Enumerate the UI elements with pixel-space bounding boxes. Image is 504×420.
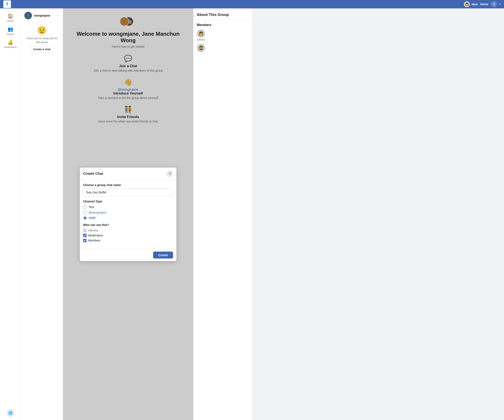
right-sidebar: About This Group Members 👩 Admins 👩‍🦱: [193, 8, 252, 420]
radio-text[interactable]: [83, 205, 87, 209]
about-title: About This Group: [197, 12, 249, 20]
radio-mention[interactable]: [83, 211, 87, 214]
sidebar-notifications-label: Notifications: [4, 46, 17, 48]
nav-left: f: [3, 0, 11, 8]
radio-text-label[interactable]: Text: [89, 205, 94, 209]
checkbox-row-members: Members: [83, 239, 173, 242]
radio-row-text: Text: [83, 205, 173, 209]
sidebar-groups-label: Groups: [6, 33, 14, 35]
chat-name-label: Choose a group chat name: [83, 183, 173, 187]
member-row-admin: 👩 Admins: [197, 29, 249, 41]
main-layout: 🏠 Home 👥 Groups 🔔 Notifications 🌐 👤 wong…: [0, 0, 252, 420]
checkbox-members[interactable]: [83, 239, 86, 242]
sidebar-item-notifications[interactable]: 🔔 Notifications: [2, 38, 19, 50]
checkbox-moderators[interactable]: [83, 234, 86, 237]
no-chats-text: There are no chats yet for this group: [24, 36, 60, 44]
sidebar-bottom: 🌐: [7, 409, 14, 420]
close-icon: ✕: [169, 172, 171, 176]
create-chat-button[interactable]: Create a chat: [30, 46, 54, 52]
checkbox-admins[interactable]: [83, 229, 86, 232]
sidebar-home-label: Home: [7, 20, 13, 22]
chat-name-input[interactable]: [83, 188, 173, 196]
checkbox-moderators-label[interactable]: Moderators: [88, 234, 103, 237]
modal-header: Create Chat ✕: [80, 168, 176, 180]
checkbox-admins-label[interactable]: Admins: [88, 229, 98, 232]
modal-title: Create Chat: [83, 172, 103, 176]
no-chats-icon: 😟: [24, 26, 60, 35]
who-can-see-label: Who can see this?: [83, 223, 173, 227]
channel-type-radio-group: Text @wongmjane VOIP: [83, 205, 173, 220]
modal-body: Choose a group chat name Channel Type Te…: [80, 180, 176, 249]
radio-row-mention: @wongmjane: [83, 211, 173, 214]
radio-voip[interactable]: [83, 216, 87, 220]
home-icon: 🏠: [8, 13, 13, 19]
groups-icon: 👥: [8, 26, 13, 32]
language-button[interactable]: 🌐: [7, 409, 14, 417]
middle-sidebar: 👤 wongmjane ··· 😟 There are no chats yet…: [21, 8, 63, 420]
group-menu-icon[interactable]: ···: [56, 13, 60, 18]
main-content: 🎭 Welcome to wongmjane, Jane Manchun Won…: [63, 8, 193, 420]
members-title: Members: [197, 23, 249, 27]
group-header: 👤 wongmjane ···: [24, 12, 60, 19]
radio-voip-label[interactable]: VOIP: [89, 216, 96, 220]
notifications-icon: 🔔: [8, 39, 13, 45]
radio-mention-label[interactable]: @wongmjane: [89, 211, 107, 214]
sidebar-item-home[interactable]: 🏠 Home: [2, 12, 19, 24]
permissions-group: Admins Moderators Members: [83, 229, 173, 242]
modal-close-button[interactable]: ✕: [167, 170, 173, 177]
sidebar-item-groups[interactable]: 👥 Groups: [2, 25, 19, 37]
admin-avatar[interactable]: 👩: [197, 29, 205, 38]
checkbox-members-label[interactable]: Members: [88, 239, 100, 242]
member-row-member: 👩‍🦱: [197, 44, 249, 52]
radio-row-voip: VOIP: [83, 216, 173, 220]
checkbox-row-admins: Admins: [83, 229, 173, 232]
checkbox-row-moderators: Moderators: [83, 234, 173, 237]
admin-label: Admins: [197, 38, 205, 41]
modal-overlay[interactable]: Create Chat ✕ Choose a group chat name C…: [63, 8, 193, 420]
member-avatar[interactable]: 👩‍🦱: [197, 44, 205, 52]
create-button[interactable]: Create: [153, 252, 173, 258]
create-chat-modal: Create Chat ✕ Choose a group chat name C…: [80, 168, 176, 261]
group-avatar: 👤: [24, 12, 32, 19]
top-nav: f 👩 Jane Home ? ▾: [0, 0, 252, 8]
modal-footer: Create: [80, 249, 176, 261]
facebook-logo[interactable]: f: [3, 0, 11, 8]
channel-type-label: Channel Type: [83, 200, 173, 203]
no-chats-area: 😟 There are no chats yet for this group …: [24, 23, 60, 56]
group-name: wongmjane: [34, 14, 50, 17]
left-sidebar: 🏠 Home 👥 Groups 🔔 Notifications 🌐: [0, 8, 21, 420]
